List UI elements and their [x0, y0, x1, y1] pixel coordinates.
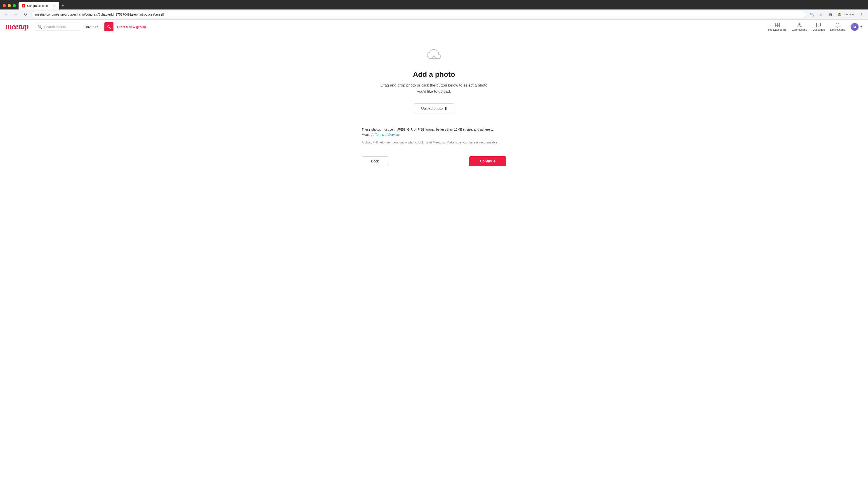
connections-link[interactable]: Connections [792, 22, 807, 31]
tab-list: m Congratulations × + [19, 2, 865, 9]
location-display: Dover, DE [85, 25, 100, 29]
search-bar[interactable]: 🔍 Search events [35, 23, 80, 31]
photo-requirements: These photos must be in JPEG, GIF, or PN… [362, 127, 506, 145]
tab-title: Congratulations [27, 4, 52, 7]
bookmark-button[interactable]: ☆ [817, 11, 825, 18]
reload-button[interactable]: ↻ [22, 11, 29, 18]
svg-rect-4 [778, 25, 779, 27]
new-tab-button[interactable]: + [59, 2, 66, 9]
avatar-dropdown[interactable]: M ▼ [850, 23, 863, 31]
browser-chrome: m Congratulations × + [0, 0, 868, 9]
search-browser-button[interactable]: 🔍 [809, 11, 816, 18]
pro-dashboard-link[interactable]: Pro Dashboard [768, 22, 786, 31]
page-description: Drag and drop photo or click the button … [381, 82, 488, 94]
continue-button[interactable]: Continue [469, 156, 506, 166]
description-line2: you'd like to upload. [417, 89, 451, 94]
address-input[interactable] [31, 11, 806, 18]
window-close-button[interactable] [3, 4, 6, 7]
incognito-label: Incognito [843, 13, 854, 16]
search-icon: 🔍 [38, 25, 42, 29]
tab-close-button[interactable]: × [52, 4, 56, 8]
meetup-logo[interactable]: meetup [5, 22, 30, 32]
notifications-label: Notifications [830, 28, 845, 31]
notifications-icon [835, 22, 840, 28]
main-content: Add a photo Drag and drop photo or click… [0, 34, 868, 175]
page-title: Add a photo [413, 70, 455, 78]
window-maximize-button[interactable] [13, 4, 16, 7]
tab-favicon: m [22, 4, 25, 7]
messages-link[interactable]: Messages [812, 22, 825, 31]
upload-photo-label: Upload photo [421, 107, 442, 110]
forward-nav-button[interactable]: → [12, 11, 20, 18]
action-buttons: Back Continue [362, 156, 506, 166]
description-line1: Drag and drop photo or click the button … [381, 83, 488, 88]
requirements-suffix: . [399, 133, 400, 136]
cursor-indicator: ▮ [445, 106, 447, 111]
pro-dashboard-icon [775, 22, 780, 28]
active-tab[interactable]: m Congratulations × [19, 2, 59, 9]
upload-cloud-icon [425, 48, 443, 64]
pro-dashboard-label: Pro Dashboard [768, 28, 786, 31]
connections-icon [797, 22, 802, 28]
nav-actions: Pro Dashboard Connections Messages Notif… [768, 22, 863, 31]
incognito-icon: 🕵 [838, 13, 842, 16]
back-nav-button[interactable]: ← [3, 11, 10, 18]
start-new-group-link[interactable]: Start a new group [117, 25, 146, 29]
notifications-link[interactable]: Notifications [830, 22, 845, 31]
avatar[interactable]: M [850, 23, 859, 31]
svg-rect-3 [775, 25, 777, 27]
helper-text: A photo will help members know who to lo… [362, 140, 506, 145]
requirements-text: These photos must be in JPEG, GIF, or PN… [362, 127, 506, 137]
upload-icon-area [425, 48, 443, 65]
messages-label: Messages [812, 28, 825, 31]
terms-of-service-link[interactable]: Terms of Service [375, 133, 399, 136]
browser-actions: 🔍 ☆ ⊞ 🕵 Incognito ⋮ [809, 11, 865, 18]
more-button[interactable]: ⋮ [858, 11, 865, 18]
svg-text:meetup: meetup [5, 22, 29, 31]
logo-svg: meetup [5, 22, 30, 31]
search-placeholder: Search events [44, 25, 66, 29]
svg-rect-2 [778, 23, 779, 25]
address-bar-row: ← → ↻ 🔍 ☆ ⊞ 🕵 Incognito ⋮ [0, 9, 868, 20]
avatar-initials: M [853, 25, 856, 29]
back-button[interactable]: Back [362, 156, 388, 166]
avatar-dropdown-icon: ▼ [860, 25, 863, 29]
messages-icon [816, 22, 821, 28]
connections-label: Connections [792, 28, 807, 31]
incognito-badge: 🕵 Incognito [836, 12, 856, 17]
search-submit-icon [107, 25, 111, 29]
window-controls [3, 4, 16, 7]
window-minimize-button[interactable] [8, 4, 11, 7]
tab-bar: m Congratulations × + [3, 2, 865, 9]
extensions-button[interactable]: ⊞ [827, 11, 834, 18]
svg-rect-1 [775, 23, 777, 25]
meetup-nav: meetup 🔍 Search events Dover, DE Start a… [0, 20, 868, 34]
upload-photo-button[interactable]: Upload photo ▮ [414, 103, 454, 113]
search-submit-button[interactable] [104, 22, 114, 31]
svg-point-5 [798, 23, 800, 25]
